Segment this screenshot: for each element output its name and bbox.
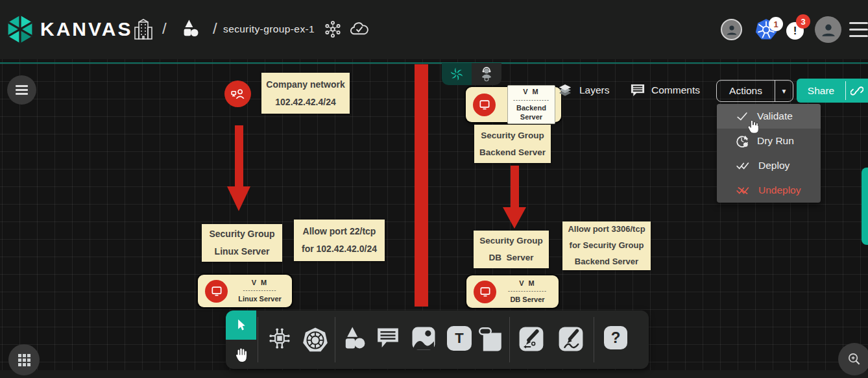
organization-icon[interactable] <box>134 18 153 43</box>
pencil-icon <box>558 326 584 352</box>
connector-pen-tool[interactable] <box>518 326 544 352</box>
canvas-bottom-strip <box>0 370 868 378</box>
alert-count-badge: 3 <box>796 14 810 29</box>
pen-connector-icon <box>518 326 544 352</box>
support-user-avatar[interactable] <box>472 63 501 85</box>
help-icon: ? <box>604 326 627 349</box>
text-tool[interactable]: T <box>447 326 472 351</box>
comments-button[interactable]: Comments <box>630 82 700 98</box>
client-user-icon[interactable] <box>224 81 251 107</box>
red-arrow-head <box>227 186 250 211</box>
note-allow-port-22[interactable]: Allow port 22/tcp for 102.42.42.0/24 <box>294 220 385 261</box>
note-line: Allow port 3306/tcp <box>568 221 645 238</box>
app-header: KANVAS / / security-group-ex-1 <box>0 0 868 59</box>
vm-icon <box>474 281 496 303</box>
collapsed-panel-tab[interactable] <box>862 168 868 245</box>
bottom-toolbar: T <box>226 310 649 369</box>
check-icon <box>735 110 749 122</box>
copy-link-button[interactable] <box>846 79 868 103</box>
share-button[interactable]: Share <box>797 79 845 103</box>
note-company-network[interactable]: Company network 102.42.42.4/24 <box>261 73 350 114</box>
red-arrow-head <box>503 207 526 229</box>
double-check-icon <box>735 160 751 171</box>
dry-run-icon <box>735 134 749 148</box>
pan-hand-tool[interactable] <box>228 342 254 368</box>
canvas-menu-button[interactable] <box>7 75 36 105</box>
menu-item-deploy[interactable]: Deploy <box>717 153 821 178</box>
red-divider-bar[interactable] <box>415 64 428 307</box>
menu-item-label: Undeploy <box>758 184 801 196</box>
shapes-icon[interactable] <box>182 19 201 42</box>
vm-icon <box>473 94 496 116</box>
note-line: Backend Server <box>575 254 638 270</box>
breadcrumb-separator: / <box>162 19 167 38</box>
chevron-down-icon: ▼ <box>781 88 788 95</box>
infrastructure-tool[interactable] <box>267 326 292 351</box>
toolbar-divider <box>335 317 335 362</box>
vm-node-backend-server[interactable]: V M -------------- Backend Server <box>466 87 561 122</box>
kanvas-logo-text: KANVAS <box>40 18 132 40</box>
kanvas-logo-icon[interactable] <box>5 14 35 44</box>
vm-label: V M ------------- Linux Server <box>228 279 292 304</box>
comments-icon <box>630 82 645 98</box>
red-arrow-shaft[interactable] <box>511 166 519 210</box>
note-allow-port-3306[interactable]: Allow port 3306/tcp for Security Group B… <box>562 221 651 270</box>
note-line: Backend Server <box>479 144 546 161</box>
nodes-hub-icon[interactable] <box>324 21 341 40</box>
vm-node-linux-server[interactable]: V M ------------- Linux Server <box>198 275 292 307</box>
user-avatar[interactable] <box>815 16 841 43</box>
menu-item-validate[interactable]: Validate <box>717 104 821 129</box>
undeploy-icon <box>735 184 751 196</box>
shapes-tool[interactable] <box>343 326 368 352</box>
menu-item-undeploy[interactable]: Undeploy <box>717 178 821 203</box>
menu-item-label: Deploy <box>758 160 790 171</box>
kubernetes-tool[interactable] <box>302 326 329 353</box>
toolbar-divider <box>258 317 258 362</box>
cloud-synced-icon[interactable] <box>349 20 370 40</box>
circuit-icon <box>267 326 292 351</box>
actions-button-group: Actions ▼ <box>716 80 793 102</box>
note-line: Security Group <box>481 127 544 144</box>
menu-item-dry-run[interactable]: Dry Run <box>717 129 821 153</box>
vm-label: V M -------------- Backend Server <box>507 85 555 125</box>
note-line: for Security Group <box>570 238 644 254</box>
note-sg-backend[interactable]: Security Group Backend Server <box>474 125 551 163</box>
vm-label: V M --------------- DB Server <box>496 279 559 305</box>
shapes-icon <box>343 326 368 352</box>
actions-dropdown-arrow[interactable]: ▼ <box>775 81 793 101</box>
freehand-draw-tool[interactable] <box>558 326 584 352</box>
note-sg-linux[interactable]: Security Group Linux Server <box>202 224 282 262</box>
red-arrow-shaft[interactable] <box>235 125 243 188</box>
kubernetes-count-badge: 1 <box>769 17 783 31</box>
zoom-in-button[interactable] <box>838 343 868 375</box>
actions-button[interactable]: Actions <box>717 81 775 101</box>
toolbar-divider <box>509 317 510 362</box>
actions-menu: Validate Dry Run Deploy <box>717 104 821 203</box>
note-line: DB Server <box>488 249 533 266</box>
header-menu-icon[interactable] <box>849 22 868 37</box>
collaborator-avatar[interactable] <box>721 19 742 40</box>
note-line: Linux Server <box>215 243 270 260</box>
toolbar-divider <box>594 317 594 362</box>
image-icon <box>411 326 436 351</box>
comment-icon <box>376 326 400 349</box>
menu-item-label: Validate <box>757 110 793 122</box>
help-button[interactable]: ? <box>604 326 627 349</box>
comment-tool[interactable] <box>376 326 400 349</box>
image-tool[interactable] <box>411 326 436 351</box>
vm-node-db-server[interactable]: V M --------------- DB Server <box>466 275 559 308</box>
apps-grid-button[interactable] <box>8 344 40 375</box>
vm-icon <box>205 280 228 303</box>
layers-button[interactable]: Layers <box>557 82 610 98</box>
menu-item-label: Dry Run <box>757 135 794 147</box>
layers-label: Layers <box>579 84 610 96</box>
sticky-note-tool[interactable] <box>477 326 503 352</box>
note-line: Company network <box>266 76 344 94</box>
note-line: 102.42.42.4/24 <box>275 94 335 111</box>
breadcrumb-project-name[interactable]: security-group-ex-1 <box>223 23 315 35</box>
note-sg-db[interactable]: Security Group DB Server <box>474 231 549 268</box>
select-tool[interactable] <box>226 310 256 340</box>
breadcrumb-separator: / <box>213 19 217 38</box>
ai-assistant-avatar[interactable] <box>442 63 472 85</box>
share-button-group: Share <box>797 79 868 103</box>
